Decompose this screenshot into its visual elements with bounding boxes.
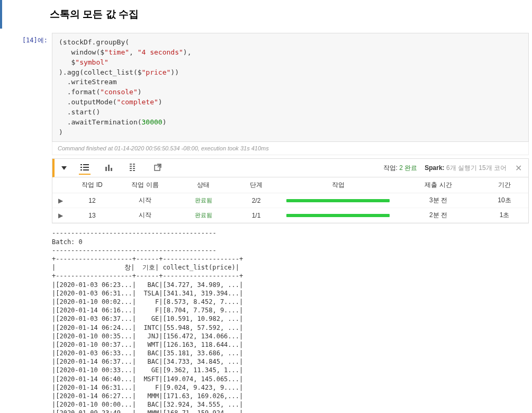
col-expand: [52, 177, 68, 193]
svg-rect-14: [130, 168, 132, 169]
spark-value: 6개 실행기 15개 코어: [446, 164, 507, 172]
cell-submit: 3분 전: [396, 193, 481, 208]
cell-status: 완료됨: [174, 208, 232, 223]
popout-tab-icon[interactable]: [152, 161, 164, 175]
code-cell: [14]에: (stockDf.groupBy( window($"time",…: [0, 33, 532, 413]
input-prompt: [14]에:: [5, 33, 52, 413]
cell-status: 완료됨: [174, 193, 232, 208]
spark-label: Spark:: [425, 164, 444, 172]
expand-row-icon[interactable]: ▶: [58, 212, 63, 219]
col-header-duration: 기간: [481, 177, 528, 193]
job-summary: 작업: 2 완료 Spark: 6개 실행기 15개 코어 ✕: [383, 163, 523, 173]
jobs-summary-text: 작업: 2 완료: [383, 164, 418, 173]
cell-duration: 10초: [481, 193, 528, 208]
cell-progress: [280, 208, 396, 223]
svg-rect-12: [130, 166, 132, 167]
chart-view-tab-icon[interactable]: [103, 161, 115, 175]
table-row: ▶12시작완료됨2/23분 전10초: [52, 193, 528, 208]
progress-bar: [286, 199, 390, 202]
svg-rect-15: [133, 168, 135, 169]
cell-job-id: 12: [68, 193, 116, 208]
grid-view-tab-icon[interactable]: [128, 161, 139, 175]
job-panel-header: 작업: 2 완료 Spark: 6개 실행기 15개 코어 ✕: [52, 159, 528, 177]
svg-rect-3: [80, 167, 82, 168]
svg-rect-5: [80, 169, 82, 170]
section-heading: 스톡의 모든 값 수집: [50, 7, 532, 21]
svg-rect-2: [83, 164, 89, 165]
cell-job-name: 시작: [116, 193, 174, 208]
svg-rect-6: [83, 169, 89, 170]
svg-rect-11: [133, 164, 135, 165]
execution-status: Command finished at 01-14-2020 00:56:50.…: [52, 142, 529, 155]
code-input[interactable]: (stockDf.groupBy( window($"time", "4 sec…: [52, 33, 529, 142]
job-table: 작업 ID 작업 이름 상태 단계 작업 제출 시간 기간 ▶12시작완료됨2/…: [52, 177, 528, 223]
col-header-job-id: 작업 ID: [68, 177, 116, 193]
list-view-tab-icon[interactable]: [79, 161, 91, 175]
svg-rect-9: [111, 168, 112, 171]
job-panel: 작업: 2 완료 Spark: 6개 실행기 15개 코어 ✕ 작업 ID 작업: [52, 158, 529, 223]
close-icon[interactable]: ✕: [514, 163, 523, 173]
col-header-submit: 제출 시간: [396, 177, 481, 193]
svg-rect-7: [105, 167, 107, 171]
collapse-toggle-icon[interactable]: [60, 164, 68, 172]
cell-job-id: 13: [68, 208, 116, 223]
cell-stage: 2/2: [232, 193, 280, 208]
cell-job-name: 시작: [116, 208, 174, 223]
jobs-value: 2 완료: [399, 164, 417, 172]
section-heading-cell: 스톡의 모든 값 수집: [0, 0, 532, 29]
col-header-status: 상태: [174, 177, 232, 193]
svg-rect-4: [83, 167, 89, 168]
cell-stage: 1/1: [232, 208, 280, 223]
svg-rect-13: [133, 166, 135, 167]
job-view-tabs: [79, 161, 164, 175]
col-header-job: 작업: [280, 177, 396, 193]
cell-submit: 2분 전: [396, 208, 481, 223]
col-header-job-name: 작업 이름: [116, 177, 174, 193]
svg-rect-16: [130, 170, 132, 171]
cell-duration: 1초: [481, 208, 528, 223]
console-output: ----------------------------------------…: [52, 223, 529, 413]
svg-marker-0: [61, 166, 67, 170]
progress-bar: [286, 214, 390, 217]
spark-summary-text: Spark: 6개 실행기 15개 코어: [425, 164, 507, 173]
svg-rect-10: [130, 164, 132, 165]
svg-rect-8: [108, 165, 110, 171]
expand-row-icon[interactable]: ▶: [58, 197, 63, 204]
cell-progress: [280, 193, 396, 208]
jobs-label: 작업:: [383, 164, 398, 172]
svg-rect-1: [80, 164, 82, 165]
table-row: ▶13시작완료됨1/12분 전1초: [52, 208, 528, 223]
col-header-stage: 단계: [232, 177, 280, 193]
svg-rect-17: [133, 170, 135, 171]
code-area: (stockDf.groupBy( window($"time", "4 sec…: [52, 33, 529, 413]
